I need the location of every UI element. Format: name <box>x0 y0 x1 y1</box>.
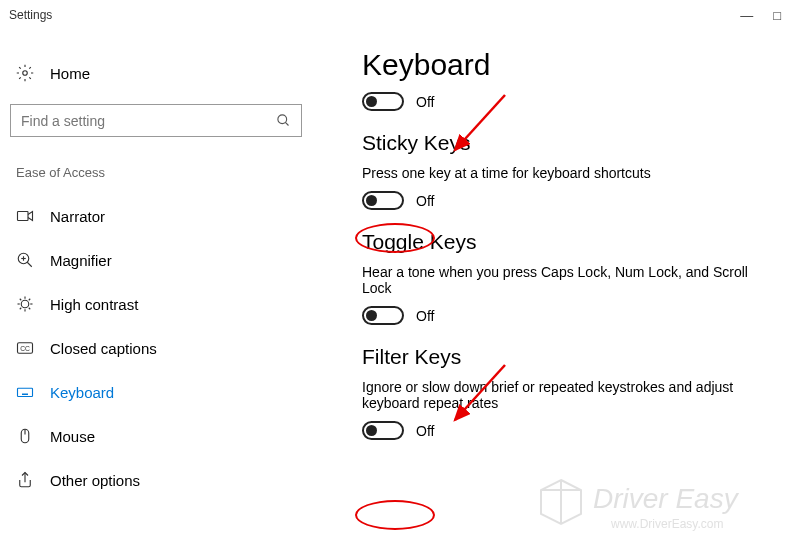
sidebar-item-narrator[interactable]: Narrator <box>10 194 302 238</box>
svg-line-14 <box>29 308 31 310</box>
sidebar-section-label: Ease of Access <box>10 165 302 180</box>
toggle-keys-toggle-label: Off <box>416 308 434 324</box>
sidebar-item-label: Magnifier <box>50 252 112 269</box>
section-heading-sticky-keys: Sticky Keys <box>362 131 779 155</box>
home-link[interactable]: Home <box>10 60 302 86</box>
section-desc-toggle-keys: Hear a tone when you press Caps Lock, Nu… <box>362 264 779 296</box>
svg-line-13 <box>20 299 22 301</box>
search-input[interactable] <box>11 113 265 129</box>
search-input-container[interactable] <box>10 104 302 137</box>
section-heading-filter-keys: Filter Keys <box>362 345 779 369</box>
sidebar-item-label: Narrator <box>50 208 105 225</box>
section-desc-sticky-keys: Press one key at a time for keyboard sho… <box>362 165 779 181</box>
toggle-keys-toggle-row: Off <box>362 306 779 325</box>
sidebar-item-mouse[interactable]: Mouse <box>10 414 302 458</box>
sidebar-item-label: Closed captions <box>50 340 157 357</box>
sticky-keys-toggle-row: Off <box>362 191 779 210</box>
toggle-keys-toggle[interactable] <box>362 306 404 325</box>
svg-point-1 <box>277 115 286 124</box>
svg-point-8 <box>21 300 29 308</box>
section-heading-toggle-keys: Toggle Keys <box>362 230 779 254</box>
svg-text:CC: CC <box>20 345 30 352</box>
keyboard-main-toggle-row: Off <box>362 92 779 111</box>
home-label: Home <box>50 65 90 82</box>
keyboard-main-toggle-label: Off <box>416 94 434 110</box>
narrator-icon <box>16 207 34 225</box>
sidebar-item-closed-captions[interactable]: CC Closed captions <box>10 326 302 370</box>
maximize-button[interactable]: □ <box>773 8 781 23</box>
high-contrast-icon <box>16 295 34 313</box>
sidebar-item-other-options[interactable]: Other options <box>10 458 302 502</box>
filter-keys-toggle[interactable] <box>362 421 404 440</box>
keyboard-icon <box>16 383 34 401</box>
magnifier-icon <box>16 251 34 269</box>
section-desc-filter-keys: Ignore or slow down brief or repeated ke… <box>362 379 779 411</box>
svg-point-0 <box>23 71 28 76</box>
page-title: Keyboard <box>362 48 779 82</box>
sidebar-item-magnifier[interactable]: Magnifier <box>10 238 302 282</box>
gear-icon <box>16 64 34 82</box>
mouse-icon <box>16 427 34 445</box>
sidebar-item-label: Keyboard <box>50 384 114 401</box>
content-area: Keyboard Off Sticky Keys Press one key a… <box>312 30 799 550</box>
svg-line-15 <box>20 308 22 310</box>
window-controls: — □ <box>740 8 791 23</box>
window-title: Settings <box>9 8 52 22</box>
svg-line-2 <box>285 122 288 125</box>
sticky-keys-toggle[interactable] <box>362 191 404 210</box>
sidebar: Home Ease of Access Narrator Magnifier <box>0 30 312 550</box>
svg-line-16 <box>29 299 31 301</box>
sidebar-item-label: High contrast <box>50 296 138 313</box>
sidebar-item-label: Mouse <box>50 428 95 445</box>
sidebar-item-label: Other options <box>50 472 140 489</box>
keyboard-main-toggle[interactable] <box>362 92 404 111</box>
svg-rect-3 <box>18 212 29 221</box>
sidebar-item-high-contrast[interactable]: High contrast <box>10 282 302 326</box>
svg-rect-19 <box>18 388 33 396</box>
filter-keys-toggle-row: Off <box>362 421 779 440</box>
titlebar: Settings — □ <box>0 0 799 30</box>
minimize-button[interactable]: — <box>740 8 753 23</box>
export-icon <box>16 471 34 489</box>
search-icon[interactable] <box>265 113 301 128</box>
closed-captions-icon: CC <box>16 339 34 357</box>
sticky-keys-toggle-label: Off <box>416 193 434 209</box>
sidebar-item-keyboard[interactable]: Keyboard <box>10 370 302 414</box>
svg-line-5 <box>27 262 32 267</box>
filter-keys-toggle-label: Off <box>416 423 434 439</box>
